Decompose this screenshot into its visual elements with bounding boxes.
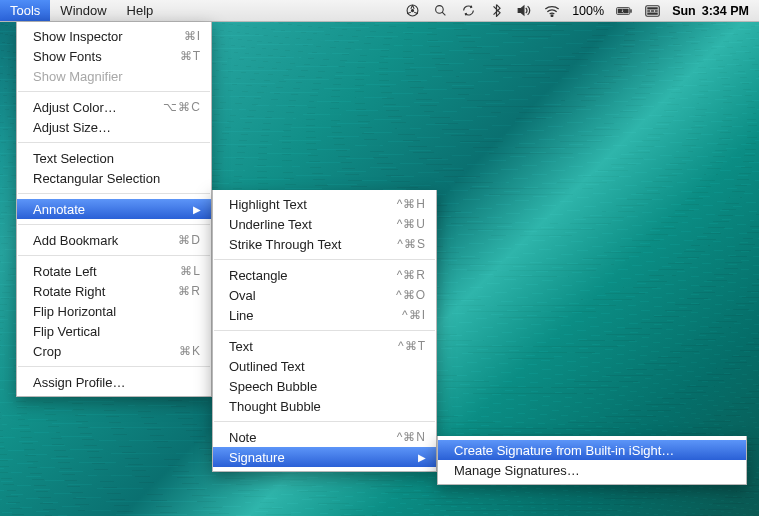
menu-separator — [18, 255, 210, 256]
menu-item-thought-bubble[interactable]: Thought Bubble — [213, 396, 436, 416]
menu-item-text-selection[interactable]: Text Selection — [17, 148, 211, 168]
menubar-item-help[interactable]: Help — [117, 0, 164, 21]
statusbar: 100% Sun 3:34 PM — [394, 0, 759, 21]
clock-time[interactable]: 3:34 PM — [702, 4, 749, 18]
menu-item-rectangular-selection[interactable]: Rectangular Selection — [17, 168, 211, 188]
menu-item-label: Show Magnifier — [33, 68, 201, 85]
menu-item-add-bookmark[interactable]: Add Bookmark⌘D — [17, 230, 211, 250]
tools-menu: Show Inspector⌘I Show Fonts⌘T Show Magni… — [16, 22, 212, 397]
radiation-icon[interactable] — [404, 4, 420, 17]
menubar: Tools Window Help 100% Sun 3:34 PM — [0, 0, 759, 22]
menubar-item-tools[interactable]: Tools — [0, 0, 50, 21]
menu-item-label: Rotate Left — [33, 263, 159, 280]
menu-item-label: Underline Text — [229, 216, 384, 233]
sync-icon[interactable] — [460, 4, 476, 17]
menu-item-label: Thought Bubble — [229, 398, 426, 415]
search-icon[interactable] — [432, 4, 448, 17]
menu-item-label: Signature — [229, 449, 412, 466]
menu-item-label: Adjust Size… — [33, 119, 201, 136]
svg-line-3 — [442, 12, 445, 15]
svg-rect-15 — [647, 12, 658, 14]
menu-item-shortcut: ^⌘I — [384, 307, 426, 324]
clock-day[interactable]: Sun — [672, 4, 696, 18]
svg-rect-7 — [618, 8, 629, 13]
menu-separator — [18, 193, 210, 194]
menu-item-rotate-left[interactable]: Rotate Left⌘L — [17, 261, 211, 281]
menu-item-assign-profile[interactable]: Assign Profile… — [17, 372, 211, 392]
menu-item-line[interactable]: Line^⌘I — [213, 305, 436, 325]
menu-item-signature[interactable]: Signature▶ — [213, 447, 436, 467]
menu-item-label: Highlight Text — [229, 196, 384, 213]
menu-item-shortcut: ⌘I — [159, 28, 201, 45]
menu-item-oval[interactable]: Oval^⌘O — [213, 285, 436, 305]
menu-item-speech-bubble[interactable]: Speech Bubble — [213, 376, 436, 396]
menu-item-shortcut: ⌥⌘C — [159, 99, 201, 116]
menu-item-flip-horizontal[interactable]: Flip Horizontal — [17, 301, 211, 321]
menu-item-label: Rectangle — [229, 267, 384, 284]
annotate-menu: Highlight Text^⌘H Underline Text^⌘U Stri… — [212, 190, 437, 472]
menu-item-shortcut: ^⌘S — [384, 236, 426, 253]
svg-point-5 — [551, 14, 553, 16]
battery-icon[interactable] — [616, 5, 632, 17]
menu-item-underline-text[interactable]: Underline Text^⌘U — [213, 214, 436, 234]
battery-percent[interactable]: 100% — [572, 4, 604, 18]
menu-item-show-fonts[interactable]: Show Fonts⌘T — [17, 46, 211, 66]
menu-separator — [214, 330, 435, 331]
menu-item-note[interactable]: Note^⌘N — [213, 427, 436, 447]
menu-item-label: Flip Horizontal — [33, 303, 201, 320]
menu-item-outlined-text[interactable]: Outlined Text — [213, 356, 436, 376]
menu-separator — [18, 91, 210, 92]
menu-item-label: Line — [229, 307, 384, 324]
menu-item-label: Annotate — [33, 201, 187, 218]
menu-item-shortcut: ⌘D — [159, 232, 201, 249]
svg-point-1 — [411, 9, 413, 11]
menu-item-shortcut: ^⌘O — [384, 287, 426, 304]
input-source-icon[interactable] — [644, 5, 660, 17]
bluetooth-icon[interactable] — [488, 4, 504, 17]
menu-item-text[interactable]: Text^⌘T — [213, 336, 436, 356]
menu-item-create-signature[interactable]: Create Signature from Built-in iSight… — [438, 440, 746, 460]
svg-rect-8 — [630, 9, 631, 12]
menu-separator — [18, 142, 210, 143]
menu-item-shortcut: ⌘K — [159, 343, 201, 360]
menu-item-annotate[interactable]: Annotate▶ — [17, 199, 211, 219]
menu-item-shortcut: ^⌘T — [384, 338, 426, 355]
menu-item-label: Assign Profile… — [33, 374, 201, 391]
menu-item-show-inspector[interactable]: Show Inspector⌘I — [17, 26, 211, 46]
svg-marker-4 — [518, 6, 524, 15]
menu-item-label: Strike Through Text — [229, 236, 384, 253]
menu-item-shortcut: ⌘T — [159, 48, 201, 65]
menu-item-label: Speech Bubble — [229, 378, 426, 395]
submenu-arrow-icon: ▶ — [193, 201, 201, 218]
menu-item-adjust-size[interactable]: Adjust Size… — [17, 117, 211, 137]
menu-item-label: Add Bookmark — [33, 232, 159, 249]
submenu-arrow-icon: ▶ — [418, 449, 426, 466]
menu-item-label: Rotate Right — [33, 283, 159, 300]
menu-item-label: Note — [229, 429, 384, 446]
menu-item-adjust-color[interactable]: Adjust Color…⌥⌘C — [17, 97, 211, 117]
menubar-item-window[interactable]: Window — [50, 0, 116, 21]
signature-menu: Create Signature from Built-in iSight… M… — [437, 436, 747, 485]
svg-rect-14 — [654, 10, 657, 12]
menubar-item-label: Help — [127, 3, 154, 18]
menu-item-manage-signatures[interactable]: Manage Signatures… — [438, 460, 746, 480]
menu-item-crop[interactable]: Crop⌘K — [17, 341, 211, 361]
menu-item-label: Create Signature from Built-in iSight… — [454, 442, 736, 459]
menu-item-label: Adjust Color… — [33, 99, 159, 116]
menu-item-highlight-text[interactable]: Highlight Text^⌘H — [213, 194, 436, 214]
menu-item-rotate-right[interactable]: Rotate Right⌘R — [17, 281, 211, 301]
menu-item-label: Text — [229, 338, 384, 355]
menu-item-shortcut: ^⌘U — [384, 216, 426, 233]
menu-item-flip-vertical[interactable]: Flip Vertical — [17, 321, 211, 341]
menu-item-show-magnifier: Show Magnifier — [17, 66, 211, 86]
menu-item-label: Show Inspector — [33, 28, 159, 45]
menu-item-label: Flip Vertical — [33, 323, 201, 340]
menu-item-shortcut: ⌘R — [159, 283, 201, 300]
volume-icon[interactable] — [516, 4, 532, 17]
menu-item-rectangle[interactable]: Rectangle^⌘R — [213, 265, 436, 285]
menu-item-shortcut: ^⌘H — [384, 196, 426, 213]
menu-separator — [214, 259, 435, 260]
menu-item-strike-through[interactable]: Strike Through Text^⌘S — [213, 234, 436, 254]
menu-item-shortcut: ^⌘R — [384, 267, 426, 284]
wifi-icon[interactable] — [544, 5, 560, 17]
